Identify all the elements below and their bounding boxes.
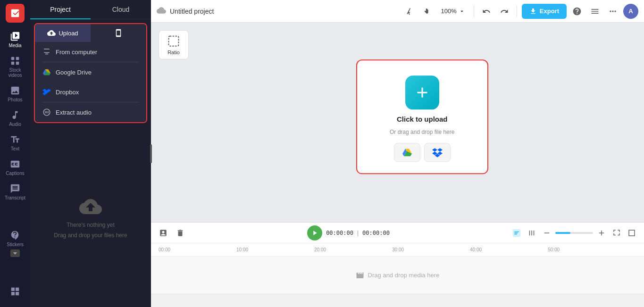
extract-audio-label: Extract audio	[56, 109, 92, 116]
timeline-zoom-fill	[555, 232, 570, 234]
fit-screen-button[interactable]	[610, 226, 623, 240]
upload-section: Upload From computer	[34, 23, 147, 123]
left-sidebar: Media Stock videos Photos Audio Text	[0, 0, 30, 307]
google-drive-label: Google Drive	[56, 69, 92, 76]
upload-google-drive-button[interactable]	[394, 143, 420, 162]
current-time: 00:00:00	[326, 230, 353, 236]
auto-caption-button[interactable]	[510, 226, 523, 240]
split-button[interactable]	[525, 226, 538, 240]
stickers-expand-icon[interactable]	[10, 249, 20, 257]
sidebar-item-text-label: Text	[11, 146, 19, 151]
dropbox-item[interactable]: Dropbox	[35, 82, 146, 102]
plus-icon	[414, 84, 431, 101]
phone-tab-button[interactable]	[91, 24, 146, 42]
upload-card: Click to upload Or drag and drop file he…	[356, 59, 488, 174]
play-button[interactable]	[307, 225, 322, 241]
export-label: Export	[540, 8, 559, 15]
timeline-zoom-slider[interactable]	[555, 232, 593, 234]
ruler-mark-4: 40:00	[470, 247, 548, 252]
ratio-icon	[167, 34, 180, 48]
from-computer-label: From computer	[56, 49, 97, 56]
zoom-in-timeline-button[interactable]	[595, 226, 608, 240]
sidebar-item-media-label: Media	[8, 43, 21, 48]
timeline-right-controls	[510, 226, 638, 240]
sidebar-item-audio[interactable]: Audio	[2, 107, 28, 130]
timeline: 00:00:00 | 00:00:00	[151, 222, 644, 307]
upload-plus-button[interactable]	[405, 75, 439, 109]
svg-rect-3	[16, 62, 19, 65]
resize-handle[interactable]	[148, 0, 154, 307]
svg-rect-0	[11, 57, 14, 60]
panel-tabs: Project Cloud	[30, 0, 151, 19]
resize-handle-bar	[150, 144, 152, 163]
google-drive-item[interactable]: Google Drive	[35, 62, 146, 82]
delete-button[interactable]	[174, 226, 187, 240]
from-computer-item[interactable]: From computer	[35, 42, 146, 62]
sidebar-item-captions-grid[interactable]	[2, 283, 28, 299]
time-separator: |	[357, 230, 359, 236]
zoom-level: 100%	[441, 8, 457, 15]
sidebar-item-captions[interactable]: Captions	[2, 156, 28, 179]
timeline-track[interactable]: Drag and drop media here	[151, 257, 644, 294]
sidebar-item-transcript[interactable]: Transcript	[2, 181, 28, 203]
dropbox-label: Dropbox	[56, 89, 79, 96]
undo-button[interactable]	[479, 4, 494, 19]
timeline-center: 00:00:00 | 00:00:00	[191, 225, 506, 241]
tab-project[interactable]: Project	[30, 0, 91, 19]
lines-button[interactable]	[587, 4, 602, 19]
ratio-label: Ratio	[167, 50, 180, 55]
trim-tool-button[interactable]	[157, 226, 170, 240]
sidebar-item-media[interactable]: Media	[2, 28, 28, 51]
upload-card-subtitle: Or drag and drop file here	[390, 129, 454, 135]
extract-audio-item[interactable]: Extract audio	[35, 102, 146, 122]
empty-state-submessage: Drag and drop your files here	[54, 232, 127, 239]
zoom-control[interactable]: 100%	[437, 6, 469, 17]
tab-cloud[interactable]: Cloud	[91, 0, 151, 19]
zoom-chevron-icon	[459, 8, 465, 15]
topbar: Untitled project 100%	[151, 0, 644, 23]
sidebar-item-stock-videos[interactable]: Stock videos	[2, 53, 28, 81]
help-button[interactable]	[569, 4, 585, 19]
upload-btn-label: Upload	[59, 30, 78, 37]
zoom-out-timeline-button[interactable]	[540, 226, 553, 240]
export-button[interactable]: Export	[522, 4, 567, 19]
ruler-mark-2: 20:00	[314, 247, 392, 252]
sidebar-item-stock-label: Stock videos	[4, 67, 26, 78]
fullscreen-button[interactable]	[625, 226, 638, 240]
ratio-button[interactable]: Ratio	[159, 30, 189, 59]
empty-state: There's nothing yet Drag and drop your f…	[30, 127, 151, 307]
upload-dropbox-button[interactable]	[424, 143, 451, 162]
upload-tab-button[interactable]: Upload	[35, 24, 91, 42]
sidebar-item-stickers[interactable]: Stickers	[2, 227, 28, 260]
redo-button[interactable]	[497, 4, 512, 19]
sidebar-item-stickers-label: Stickers	[7, 242, 24, 247]
sidebar-item-photos-label: Photos	[8, 97, 22, 102]
media-track-icon	[356, 271, 364, 280]
sidebar-item-audio-label: Audio	[9, 122, 21, 127]
sidebar-item-text[interactable]: Text	[2, 132, 28, 154]
export-icon	[529, 8, 537, 15]
ruler-mark-5: 50:00	[548, 247, 626, 252]
google-drive-icon	[402, 147, 412, 158]
user-avatar[interactable]: A	[623, 4, 638, 19]
sidebar-item-photos[interactable]: Photos	[2, 83, 28, 105]
upload-cloud-icon	[79, 195, 102, 218]
sidebar-item-transcript-label: Transcript	[5, 195, 25, 200]
app-logo[interactable]	[6, 4, 25, 23]
upload-menu: From computer Google Drive Dropbox	[35, 42, 146, 122]
dropbox-icon	[432, 147, 443, 158]
timeline-bottom	[151, 294, 644, 307]
total-time: 00:00:00	[362, 230, 390, 236]
svg-rect-4	[169, 36, 179, 46]
cursor-tool-button[interactable]	[401, 4, 417, 19]
play-icon	[311, 229, 318, 237]
hand-tool-button[interactable]	[419, 4, 435, 19]
timeline-ruler: 00:00 10:00 20:00 30:00 40:00 50:00	[151, 243, 644, 257]
project-title[interactable]: Untitled project	[170, 8, 398, 15]
track-label: Drag and drop media here	[368, 272, 440, 279]
more-button[interactable]	[605, 4, 620, 19]
canvas-area: Ratio Click to upload Or drag and drop f…	[151, 23, 644, 222]
ruler-mark-1: 10:00	[236, 247, 314, 252]
ruler-mark-0: 00:00	[159, 247, 236, 252]
topbar-divider-1	[474, 6, 474, 17]
